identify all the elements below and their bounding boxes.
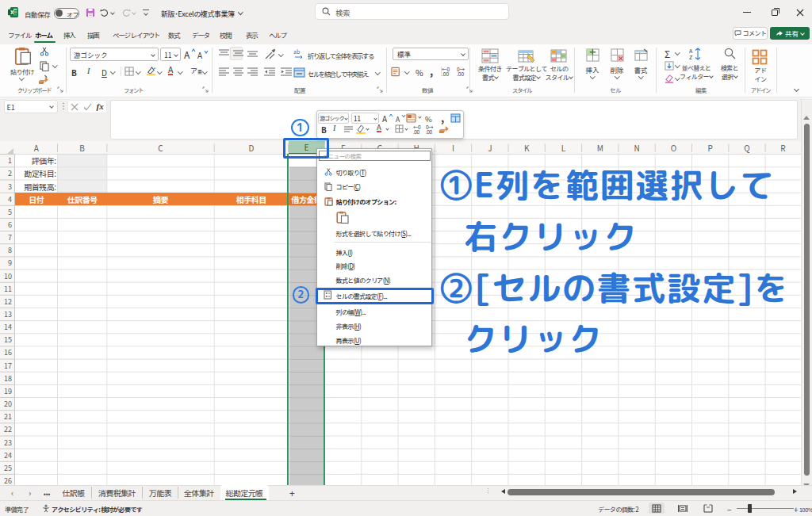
svg-text:ab: ab xyxy=(293,48,300,55)
svg-text:Z: Z xyxy=(689,53,692,60)
